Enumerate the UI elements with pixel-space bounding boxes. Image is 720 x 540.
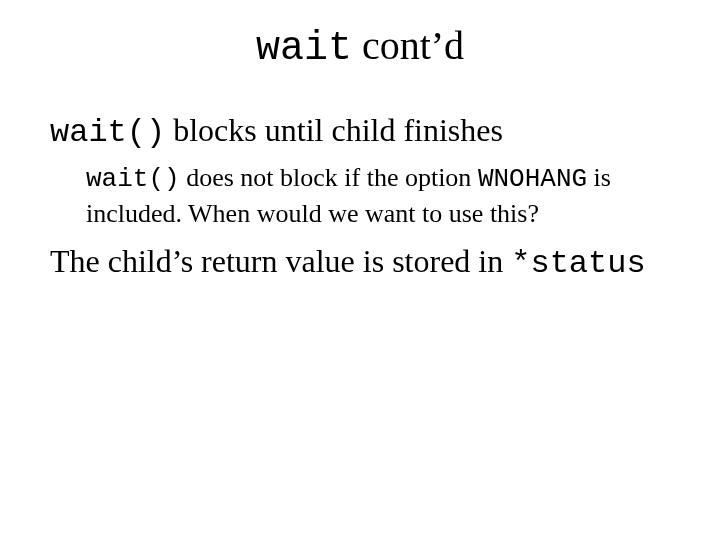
bullet-2-lead: The child’s return value is stored in — [50, 243, 511, 279]
bullet-1: wait() blocks until child finishes — [50, 110, 670, 153]
slide: wait cont’d wait() blocks until child fi… — [0, 0, 720, 540]
bullet-2-code: *status — [511, 245, 645, 282]
slide-title: wait cont’d — [0, 24, 720, 71]
sub-bullet-1-mid: does not block if the option — [180, 163, 478, 192]
bullet-2: The child’s return value is stored in *s… — [50, 241, 670, 284]
sub-bullet-1-code-wnohang: WNOHANG — [478, 164, 587, 194]
sub-bullet-1-code-wait: wait() — [86, 164, 180, 194]
title-rest: cont’d — [352, 23, 464, 68]
slide-body: wait() blocks until child finishes wait(… — [50, 110, 670, 284]
sub-bullet-1: wait() does not block if the option WNOH… — [86, 161, 670, 231]
bullet-1-code: wait() — [50, 114, 165, 151]
title-code: wait — [256, 26, 352, 71]
bullet-1-text: blocks until child finishes — [165, 112, 503, 148]
